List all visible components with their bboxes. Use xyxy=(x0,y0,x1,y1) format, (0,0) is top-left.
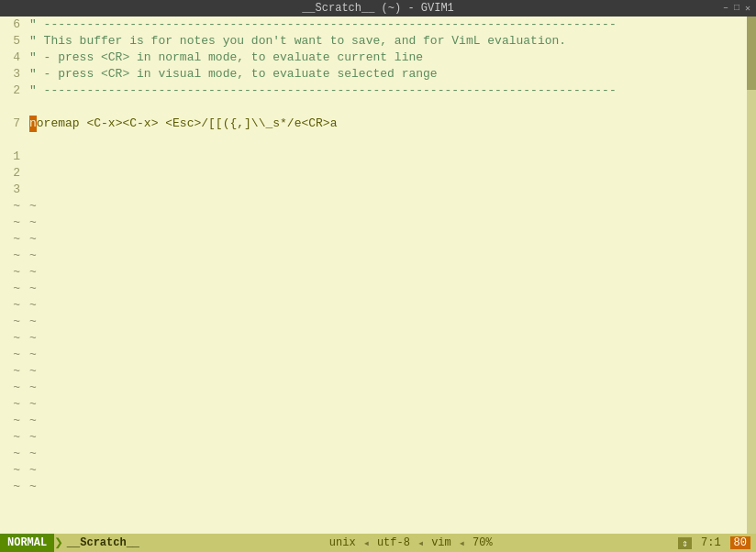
sep3: ◂ xyxy=(459,536,465,550)
tilde-5: ~ xyxy=(0,264,20,281)
tilde-line-14: ~ xyxy=(29,413,747,429)
tilde-11: ~ xyxy=(0,363,20,380)
line4-content: " - press <CR> in normal mode, to evalua… xyxy=(29,50,423,66)
tilde-line-6: ~ xyxy=(29,281,747,297)
tilde-4: ~ xyxy=(0,248,20,264)
code-line-1b xyxy=(29,149,747,165)
line6-content: " --------------------------------------… xyxy=(29,17,617,33)
line-num-1: 1 xyxy=(0,149,20,165)
code-line-3: " - press <CR> in visual mode, to evalua… xyxy=(29,66,747,83)
line-num-blank xyxy=(0,99,20,116)
code-area[interactable]: " --------------------------------------… xyxy=(26,17,747,534)
tilde-line-11: ~ xyxy=(29,363,747,380)
line5-content: " This buffer is for notes you don't wan… xyxy=(29,33,566,50)
tilde-line-5: ~ xyxy=(29,264,747,281)
tilde-18: ~ xyxy=(0,479,20,495)
tilde-line-2: ~ xyxy=(29,215,747,231)
line-num-5: 5 xyxy=(0,33,20,50)
line7-rest: oremap <C-x><C-x> <Esc>/[[({,]\\_s*/e<CR… xyxy=(37,116,338,132)
window-title: __Scratch__ (~) - GVIM1 xyxy=(302,2,454,15)
cursor-position: 7:1 xyxy=(701,536,721,549)
tilde-7: ~ xyxy=(0,297,20,314)
status-filename: __Scratch__ xyxy=(67,536,139,549)
code-line-blank1 xyxy=(29,99,747,116)
file-encoding: utf-8 xyxy=(377,536,410,549)
status-arrow: ❯ xyxy=(54,534,63,552)
code-line-6: " --------------------------------------… xyxy=(29,17,747,33)
tilde-line-4: ~ xyxy=(29,248,747,264)
mode-indicator: NORMAL xyxy=(0,534,54,552)
tilde-line-17: ~ xyxy=(29,462,747,479)
line-col-value: ⇕ xyxy=(678,537,692,549)
line-num-3b: 3 xyxy=(0,182,20,198)
code-line-3b xyxy=(29,182,747,198)
tilde-line-18: ~ xyxy=(29,479,747,495)
sep1: ◂ xyxy=(363,536,370,550)
code-line-2b xyxy=(29,165,747,182)
tilde-line-3: ~ xyxy=(29,231,747,248)
status-bar: NORMAL ❯ __Scratch__ unix ◂ utf-8 ◂ vim … xyxy=(0,534,756,552)
tilde-line-16: ~ xyxy=(29,446,747,462)
line-col-indicator: ⇕ xyxy=(678,537,692,549)
sep2: ◂ xyxy=(417,536,424,550)
tilde-8: ~ xyxy=(0,314,20,330)
line-num-4: 4 xyxy=(0,50,20,66)
line-numbers: 6 5 4 3 2 7 1 2 3 ~ ~ ~ ~ ~ ~ ~ ~ ~ ~ ~ … xyxy=(0,17,26,534)
mode-label: NORMAL xyxy=(7,536,47,549)
tilde-16: ~ xyxy=(0,446,20,462)
minimize-button[interactable]: – xyxy=(723,3,728,14)
tilde-6: ~ xyxy=(0,281,20,297)
line-num-2: 2 xyxy=(0,83,20,99)
tilde-line-9: ~ xyxy=(29,330,747,347)
status-bar-icon: ⇕ xyxy=(682,537,688,549)
file-type: vim xyxy=(431,536,451,549)
maximize-button[interactable]: □ xyxy=(734,3,739,14)
scrollbar[interactable] xyxy=(747,17,756,534)
col-width-value: 80 xyxy=(734,536,747,549)
close-button[interactable]: ✕ xyxy=(745,3,750,14)
status-right: ⇕ 7:1 80 xyxy=(678,536,750,549)
line-num-blank2 xyxy=(0,132,20,149)
editor-area: 6 5 4 3 2 7 1 2 3 ~ ~ ~ ~ ~ ~ ~ ~ ~ ~ ~ … xyxy=(0,17,756,534)
status-middle: unix ◂ utf-8 ◂ vim ◂ 70% xyxy=(143,536,678,550)
tilde-3: ~ xyxy=(0,231,20,248)
tilde-15: ~ xyxy=(0,429,20,446)
line2-content: " --------------------------------------… xyxy=(29,83,617,99)
tilde-12: ~ xyxy=(0,380,20,396)
line-num-2b: 2 xyxy=(0,165,20,182)
code-wrapper: " --------------------------------------… xyxy=(26,17,756,534)
title-bar: __Scratch__ (~) - GVIM1 – □ ✕ xyxy=(0,0,756,17)
scroll-percent: 70% xyxy=(472,536,493,549)
tilde-line-10: ~ xyxy=(29,347,747,363)
code-line-2: " --------------------------------------… xyxy=(29,83,747,99)
col-width-box: 80 xyxy=(730,536,750,549)
tilde-line-12: ~ xyxy=(29,380,747,396)
code-line-4: " - press <CR> in normal mode, to evalua… xyxy=(29,50,747,66)
line-num-7: 7 xyxy=(0,116,20,132)
code-line-7: noremap <C-x><C-x> <Esc>/[[({,]\\_s*/e<C… xyxy=(29,116,747,132)
tilde-17: ~ xyxy=(0,462,20,479)
tilde-14: ~ xyxy=(0,413,20,429)
cursor: n xyxy=(29,116,37,132)
code-line-5: " This buffer is for notes you don't wan… xyxy=(29,33,747,50)
tilde-1: ~ xyxy=(0,198,20,215)
line-num-6: 6 xyxy=(0,17,20,33)
tilde-line-13: ~ xyxy=(29,396,747,413)
tilde-2: ~ xyxy=(0,215,20,231)
tilde-13: ~ xyxy=(0,396,20,413)
line-num-3: 3 xyxy=(0,66,20,83)
tilde-line-1: ~ xyxy=(29,198,747,215)
line3-content: " - press <CR> in visual mode, to evalua… xyxy=(29,66,438,83)
tilde-9: ~ xyxy=(0,330,20,347)
tilde-10: ~ xyxy=(0,347,20,363)
tilde-line-8: ~ xyxy=(29,314,747,330)
file-format: unix xyxy=(329,536,356,549)
window-controls[interactable]: – □ ✕ xyxy=(723,3,750,14)
scrollbar-thumb[interactable] xyxy=(747,17,756,90)
tilde-line-7: ~ xyxy=(29,297,747,314)
code-line-blank2 xyxy=(29,132,747,149)
tilde-line-15: ~ xyxy=(29,429,747,446)
